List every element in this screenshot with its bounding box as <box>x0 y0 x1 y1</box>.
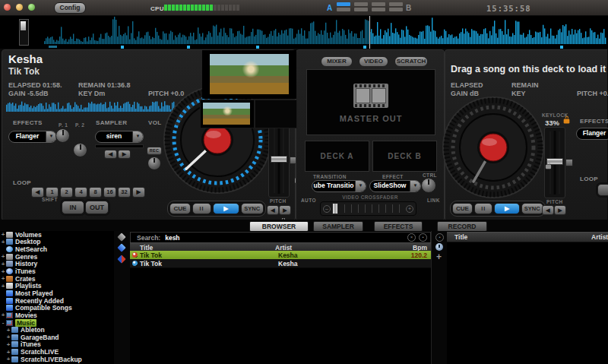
tree-expander-icon[interactable]: + <box>6 327 11 334</box>
browser-tab-sampler[interactable]: SAMPLER <box>313 221 363 232</box>
chevron-down-icon[interactable]: ▼ <box>46 131 56 142</box>
search-bar[interactable]: Search: × • <box>130 232 431 243</box>
tree-item-most-played[interactable]: Most Played <box>0 290 114 297</box>
favorite-folder-icon[interactable] <box>117 255 125 263</box>
deck-a-rec-button[interactable]: REC <box>147 147 162 155</box>
tree-item-itunes[interactable]: +iTunes <box>0 267 114 275</box>
deck-a-effect-dropdown[interactable]: Flanger ▼ <box>8 131 57 143</box>
center-tab-mixer[interactable]: MIXER <box>321 56 353 67</box>
search-input[interactable] <box>163 233 407 242</box>
tree-expander-icon[interactable]: + <box>6 349 11 356</box>
deck-a-pitch-slider[interactable] <box>268 123 290 198</box>
deck-b-loop-in-button[interactable] <box>597 184 608 196</box>
deck-a-loop-double-button[interactable]: ▶ <box>132 187 145 198</box>
track-row[interactable]: Tik TokKesha <box>130 259 431 268</box>
deck-a-loop-half-button[interactable]: ◀ <box>31 187 44 198</box>
tree-expander-icon[interactable]: + <box>6 341 11 348</box>
tree-expander-icon[interactable]: + <box>1 268 5 275</box>
center-tab-scratch[interactable]: SCRATCH <box>394 56 428 67</box>
chevron-down-icon[interactable]: ▼ <box>410 181 420 191</box>
add-to-sidelist-icon[interactable]: + <box>436 253 442 261</box>
tree-item-genres[interactable]: +Genres <box>0 253 114 261</box>
deck-a-sync-button[interactable]: SYNC <box>241 203 264 214</box>
chevron-down-icon[interactable]: ▼ <box>355 181 366 191</box>
tree-item-playlists[interactable]: +Playlists <box>0 282 114 290</box>
tree-item-crates[interactable]: +Crates <box>0 275 114 283</box>
tree-expander-icon[interactable]: + <box>1 261 5 267</box>
deck-a-sampler-dropdown[interactable]: siren ▼ <box>95 131 144 143</box>
deck-a-loop-length-button-4[interactable]: 4 <box>74 187 87 198</box>
deck-b-pitch-plus-button[interactable]: ▶ <box>554 205 566 215</box>
crossfader-plus-icon[interactable]: + <box>406 205 413 213</box>
tree-item-volumes[interactable]: +Volumes <box>0 231 114 239</box>
deck-a-loop-length-button-16[interactable]: 16 <box>103 187 116 198</box>
deck-a-pitch-minus-button[interactable]: ◀ <box>267 205 279 215</box>
deck-a-sampler-prev-button[interactable]: ◀ <box>104 150 117 159</box>
tree-item-movies[interactable]: +Movies <box>0 312 114 319</box>
deck-a-fx-knob1[interactable] <box>55 128 70 143</box>
chevron-down-icon[interactable]: ▼ <box>132 131 143 142</box>
sidelist-column-title[interactable]: Title <box>454 233 591 241</box>
tree-expander-icon[interactable]: + <box>6 334 11 340</box>
tree-item-compatible-songs[interactable]: Compatible Songs <box>0 304 114 312</box>
history-circle-icon[interactable]: • <box>435 233 444 242</box>
tree-expander-icon[interactable]: + <box>1 231 5 238</box>
tree-item-scratchlive[interactable]: +ScratchLIVE <box>0 348 114 356</box>
deck-b-pitch-minus-button[interactable]: ◀ <box>542 205 554 215</box>
browser-tab-browser[interactable]: BROWSER <box>249 221 309 232</box>
track-row[interactable]: Tik TokKesha120.2 <box>130 251 431 259</box>
deck-b-effect-dropdown[interactable]: Flanger <box>576 128 608 140</box>
deck-b-pitch-handle-lock-icon[interactable] <box>546 165 551 169</box>
config-button[interactable]: Config <box>54 2 86 14</box>
ctrl-knob[interactable] <box>421 178 436 193</box>
close-window-button[interactable] <box>4 4 11 11</box>
tree-expander-icon[interactable]: + <box>1 275 5 282</box>
deck-a-pitch-slider-handle[interactable] <box>271 156 287 163</box>
rhythm-waveform[interactable] <box>0 16 608 49</box>
deck-a-loop-out-button[interactable]: OUT <box>85 201 109 214</box>
deck-b-sync-button[interactable]: SYNC <box>521 203 543 214</box>
deck-a-pitch-plus-button[interactable]: ▶ <box>279 205 291 215</box>
tree-expander-icon[interactable]: + <box>1 312 5 318</box>
deck-b-pitch-zero-button[interactable] <box>565 159 573 166</box>
deck-b-cue-button[interactable]: CUE <box>452 203 473 214</box>
tree-item-netsearch[interactable]: NetSearch <box>0 245 114 253</box>
deck-a-play-button[interactable]: ▶ <box>213 203 239 214</box>
search-options-icon[interactable]: • <box>419 233 427 242</box>
minimize-window-button[interactable] <box>16 4 23 11</box>
deck-a-loop-length-button-8[interactable]: 8 <box>89 187 102 198</box>
deck-a-loop-length-button-2[interactable]: 2 <box>60 187 73 198</box>
clear-search-icon[interactable]: × <box>407 233 416 242</box>
virtual-folder-icon[interactable] <box>117 243 125 252</box>
tree-item-scratchlivebackup[interactable]: +ScratchLIVEBackup <box>0 356 114 363</box>
deck-a-loop-in-button[interactable]: IN <box>62 201 84 214</box>
video-effect-dropdown[interactable]: SlideShow ▼ <box>369 180 421 192</box>
tree-expander-icon[interactable]: + <box>1 253 5 260</box>
video-crossfader[interactable]: – + <box>320 201 416 216</box>
tree-item-history[interactable]: +History <box>0 261 114 268</box>
center-tab-video[interactable]: VIDEO <box>359 56 388 67</box>
tree-item-recently-added[interactable]: Recently Added <box>0 297 114 305</box>
deck-b-panel[interactable]: Drag a song on this deck to load it ELAP… <box>445 49 607 221</box>
tree-item-garageband[interactable]: +GarageBand <box>0 334 114 341</box>
tree-expander-icon[interactable]: + <box>6 356 11 362</box>
deck-b-keylock-lock-icon[interactable] <box>564 119 570 124</box>
deck-a-vol-knob[interactable] <box>147 157 161 170</box>
video-crossfader-handle[interactable] <box>332 203 338 214</box>
crossfader-minus-icon[interactable]: – <box>323 205 331 213</box>
column-artist[interactable]: Artist <box>275 244 397 252</box>
tree-expander-icon[interactable]: + <box>1 283 5 290</box>
sidelist-column-artist[interactable]: Artist <box>591 233 608 241</box>
deck-b-play-button[interactable]: ▶ <box>494 203 519 214</box>
browser-tab-effects[interactable]: EFFECTS <box>374 221 423 232</box>
filter-folder-icon[interactable] <box>117 233 125 241</box>
deck-b-pause-button[interactable]: II <box>474 203 492 214</box>
transition-dropdown[interactable]: ube Transitio ▼ <box>312 180 366 192</box>
tree-item-desktop[interactable]: +Desktop <box>0 239 114 246</box>
deck-a-fx-knob2[interactable] <box>73 143 87 157</box>
tree-item-music[interactable]: -Music <box>0 319 114 327</box>
column-bpm[interactable]: Bpm <box>397 244 427 252</box>
maximize-window-button[interactable] <box>28 4 35 11</box>
deck-b-jog-wheel[interactable] <box>440 94 546 201</box>
deck-a-loop-length-button-1[interactable]: 1 <box>46 187 59 198</box>
